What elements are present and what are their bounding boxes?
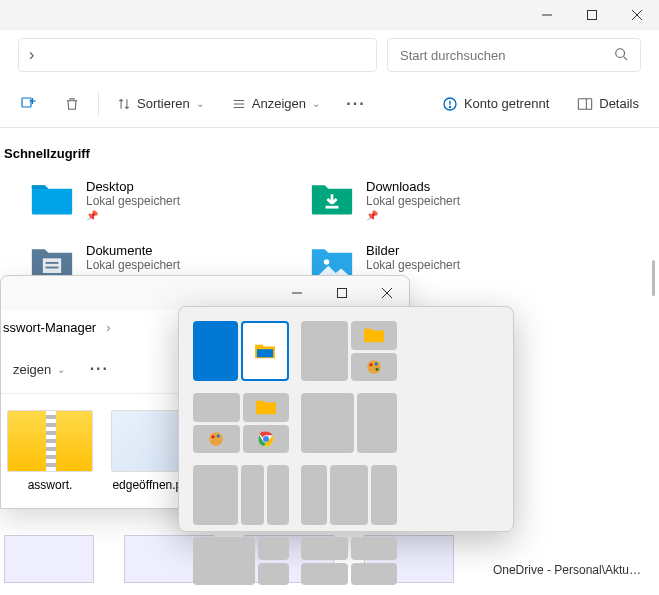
- minimize-button[interactable]: [274, 276, 319, 310]
- snap-cell: [351, 321, 398, 350]
- snap-cell: [193, 425, 240, 454]
- maximize-button[interactable]: [569, 0, 614, 30]
- quick-item-downloads[interactable]: Downloads Lokal gespeichert 📌: [280, 175, 560, 239]
- svg-point-32: [212, 435, 215, 438]
- snap-cell-active: [193, 321, 238, 381]
- svg-rect-1: [587, 10, 596, 19]
- snap-layout-option[interactable]: [193, 393, 289, 453]
- snap-layout-option[interactable]: [301, 465, 397, 525]
- details-button[interactable]: Details: [567, 90, 649, 117]
- folder-icon: [310, 179, 354, 217]
- chevron-down-icon: ⌄: [57, 364, 65, 375]
- snap-cell: [301, 321, 348, 381]
- snap-cell: [241, 465, 264, 525]
- details-label: Details: [599, 96, 639, 111]
- file-name: asswort.: [28, 478, 73, 492]
- titlebar: [0, 0, 659, 30]
- explorer-icon: [254, 342, 276, 360]
- svg-point-29: [375, 362, 378, 365]
- svg-point-14: [449, 106, 450, 107]
- pin-icon: 📌: [366, 210, 460, 221]
- snap-cell: [301, 563, 348, 586]
- quick-item-name: Desktop: [86, 179, 180, 194]
- quick-item-sub: Lokal gespeichert: [366, 194, 460, 208]
- quick-item-sub: Lokal gespeichert: [86, 194, 180, 208]
- paint-icon: [205, 430, 227, 448]
- snap-cell: [330, 465, 367, 525]
- minimize-button[interactable]: [524, 0, 569, 30]
- snap-cell: [301, 537, 348, 560]
- svg-point-31: [210, 432, 224, 446]
- crumb-label: sswort-Manager: [3, 320, 96, 335]
- search-input[interactable]: Start durchsuchen: [387, 38, 641, 72]
- svg-rect-15: [579, 98, 592, 109]
- zip-icon: [7, 410, 93, 472]
- search-icon: [614, 47, 628, 64]
- svg-point-35: [263, 436, 269, 442]
- section-header: Schnellzugriff: [0, 138, 659, 175]
- view-label: zeigen: [13, 362, 51, 377]
- quick-item-sub: Lokal gespeichert: [366, 258, 460, 272]
- search-placeholder: Start durchsuchen: [400, 48, 506, 63]
- view-label: Anzeigen: [252, 96, 306, 111]
- snap-cell: [193, 465, 238, 525]
- snap-cell: [243, 425, 290, 454]
- snap-cell: [357, 393, 397, 453]
- new-item-button[interactable]: [10, 86, 46, 122]
- chevron-down-icon: ⌄: [312, 98, 320, 109]
- snap-cell: [267, 465, 290, 525]
- account-status[interactable]: Konto getrennt: [432, 90, 559, 118]
- snap-cell: [351, 353, 398, 382]
- chevron-right-icon: ›: [29, 46, 34, 64]
- close-button[interactable]: [614, 0, 659, 30]
- snap-cell: [351, 563, 398, 586]
- svg-line-5: [624, 56, 628, 60]
- chrome-icon: [255, 430, 277, 448]
- chevron-right-icon: ›: [106, 320, 110, 335]
- quick-item-name: Bilder: [366, 243, 460, 258]
- address-row: › Start durchsuchen: [0, 30, 659, 80]
- snap-layout-option[interactable]: [193, 537, 289, 585]
- file-item[interactable]: asswort.: [5, 410, 95, 492]
- snap-layout-option[interactable]: [301, 321, 397, 381]
- snap-cell: [301, 465, 327, 525]
- file-thumbnail[interactable]: [4, 535, 94, 583]
- toolbar-divider: [98, 92, 99, 116]
- snap-cell: [243, 393, 290, 422]
- secondary-titlebar: [1, 276, 409, 310]
- more-button[interactable]: ···: [81, 351, 117, 387]
- snap-layout-option[interactable]: [193, 465, 289, 525]
- scrollbar[interactable]: [652, 260, 655, 296]
- svg-point-27: [367, 360, 381, 374]
- maximize-button[interactable]: [319, 276, 364, 310]
- quick-item-desktop[interactable]: Desktop Lokal gespeichert 📌: [0, 175, 280, 239]
- snap-layout-option[interactable]: [193, 321, 289, 381]
- snap-cell-current: [241, 321, 290, 381]
- snap-layouts-flyout: [178, 306, 514, 532]
- pin-icon: 📌: [86, 210, 180, 221]
- snap-cell: [193, 537, 255, 585]
- status-text: OneDrive - Personal\Aktu…: [493, 563, 641, 577]
- snap-layout-option[interactable]: [301, 393, 397, 453]
- view-button[interactable]: Anzeigen ⌄: [222, 90, 330, 117]
- breadcrumb[interactable]: ›: [18, 38, 377, 72]
- snap-layout-option[interactable]: [301, 537, 397, 585]
- svg-point-21: [324, 259, 330, 265]
- svg-point-33: [217, 434, 220, 437]
- account-label: Konto getrennt: [464, 96, 549, 111]
- folder-icon: [30, 179, 74, 217]
- sort-button[interactable]: Sortieren ⌄: [107, 90, 214, 117]
- svg-rect-23: [337, 289, 346, 298]
- quick-item-name: Downloads: [366, 179, 460, 194]
- svg-point-30: [375, 368, 378, 371]
- snap-cell: [301, 393, 354, 453]
- more-button[interactable]: ···: [338, 86, 374, 122]
- explorer-icon: [363, 326, 385, 344]
- svg-point-28: [369, 363, 372, 366]
- delete-button[interactable]: [54, 86, 90, 122]
- snap-cell: [371, 465, 397, 525]
- close-button[interactable]: [364, 276, 409, 310]
- snap-cell: [193, 393, 240, 422]
- toolbar: Sortieren ⌄ Anzeigen ⌄ ··· Konto getrenn…: [0, 80, 659, 128]
- view-button[interactable]: zeigen ⌄: [3, 351, 75, 387]
